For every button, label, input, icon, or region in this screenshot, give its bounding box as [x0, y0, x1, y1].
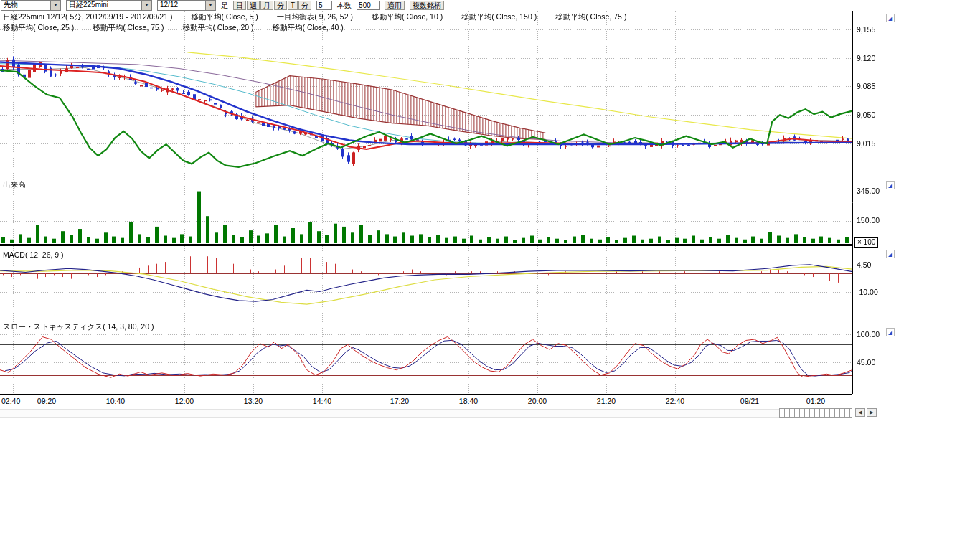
price-axis-tick: 9,015 — [857, 139, 875, 148]
chart-area: 日経225mini 12/12( 5分, 2012/09/19 - 2012/0… — [0, 11, 898, 406]
market-select[interactable]: 先物 ▼ — [1, 0, 61, 11]
legend-item-ma75b: 移動平均( Close, 75 ) — [93, 23, 164, 33]
volume-axis-tick: 150.00 — [857, 216, 880, 225]
main-toolbar: 先物 ▼ 日経225mini ▼ 12/12 ▼ 足 日 週 月 分 T 分 本… — [0, 0, 444, 11]
period-button-group: 日 週 月 分 T 分 — [233, 1, 311, 10]
apply-button[interactable]: 適用 — [385, 1, 405, 10]
bar-type-label: 足 — [221, 1, 228, 11]
bars-count-input[interactable] — [357, 1, 380, 10]
time-axis-label: 09/21 — [732, 397, 767, 405]
time-axis-label: 14:40 — [305, 397, 339, 405]
market-select-value: 先物 — [1, 1, 50, 10]
volume-axis-tick: 345.00 — [857, 187, 880, 195]
legend-item-ma75: 移動平均( Close, 75 ) — [555, 12, 626, 22]
price-axis-tick: 9,050 — [857, 110, 875, 119]
period-minute-button[interactable]: 分 — [274, 1, 287, 10]
time-axis-label: 12:00 — [167, 397, 202, 405]
bars-count-label: 本数 — [337, 1, 352, 11]
chart-app-window: 先物 ▼ 日経225mini ▼ 12/12 ▼ 足 日 週 月 分 T 分 本… — [0, 0, 980, 551]
stoch-pane-scroll-button[interactable]: ◢ — [886, 328, 895, 336]
stoch-axis-tick: 45.00 — [857, 358, 875, 367]
scrollbar-track[interactable] — [0, 409, 852, 418]
time-axis-label: 01:20 — [798, 397, 833, 405]
time-axis-label: 18:40 — [451, 397, 486, 405]
period-tick-button[interactable]: T — [288, 1, 298, 10]
legend-item-ma20: 移動平均( Close, 20 ) — [182, 23, 253, 33]
dropdown-arrow-icon[interactable]: ▼ — [141, 1, 151, 10]
contract-select[interactable]: 12/12 ▼ — [157, 0, 216, 11]
period-day-button[interactable]: 日 — [233, 1, 246, 10]
chart-canvas[interactable] — [0, 11, 897, 395]
symbol-select[interactable]: 日経225mini ▼ — [66, 0, 152, 11]
time-axis-label: 13:20 — [236, 397, 270, 405]
stoch-axis-tick: 100.00 — [857, 330, 880, 339]
volume-pane-scroll-button[interactable]: ◢ — [886, 181, 895, 189]
legend-item-ichimoku: 一目均衡表( 9, 26, 52 ) — [277, 12, 353, 22]
period-month-button[interactable]: 月 — [260, 1, 273, 10]
macd-pane-label: MACD( 12, 26, 9 ) — [3, 250, 64, 259]
legend-item-ma10: 移動平均( Close, 10 ) — [372, 12, 443, 22]
horizontal-scrollbar: ◀ ▶ — [0, 408, 897, 417]
legend-item-symbol-period: 日経225mini 12/12( 5分, 2012/09/19 - 2012/0… — [3, 12, 172, 22]
time-axis-label: 10:40 — [98, 397, 133, 405]
time-axis-label: 21:20 — [589, 397, 623, 405]
legend-item-ma40: 移動平均( Close, 40 ) — [273, 23, 344, 33]
time-axis-label: 20:00 — [520, 397, 555, 405]
period-week-button[interactable]: 週 — [247, 1, 260, 10]
time-axis-label: 17:20 — [382, 397, 417, 405]
multi-symbol-button[interactable]: 複数銘柄 — [410, 1, 444, 10]
scroll-left-button[interactable]: ◀ — [855, 408, 865, 417]
time-axis-label: 22:40 — [658, 397, 692, 405]
stochastics-pane-label: スロー・ストキャスティクス( 14, 3, 80, 20 ) — [3, 322, 154, 332]
legend-item-ma25: 移動平均( Close, 25 ) — [3, 23, 74, 33]
scroll-right-button[interactable]: ▶ — [867, 408, 877, 417]
volume-multiplier-badge: × 100 — [854, 237, 878, 248]
price-axis-tick: 9,120 — [857, 54, 875, 62]
macd-axis-tick: -10.00 — [857, 288, 878, 296]
dropdown-arrow-icon[interactable]: ▼ — [50, 1, 60, 10]
interval-input[interactable] — [316, 1, 332, 10]
legend-item-ma5: 移動平均( Close, 5 ) — [191, 12, 258, 22]
legend-row-2: 移動平均( Close, 25 ) 移動平均( Close, 75 ) 移動平均… — [3, 23, 344, 33]
dropdown-arrow-icon[interactable]: ▼ — [205, 1, 215, 10]
period-minute2-button[interactable]: 分 — [298, 1, 311, 10]
macd-pane-scroll-button[interactable]: ◢ — [886, 250, 895, 258]
time-axis-label: 09:20 — [29, 397, 64, 405]
price-axis-tick: 9,155 — [857, 25, 875, 34]
price-axis-tick: 9,085 — [857, 82, 875, 90]
legend-row-1: 日経225mini 12/12( 5分, 2012/09/19 - 2012/0… — [3, 12, 626, 22]
legend-item-ma150: 移動平均( Close, 150 ) — [461, 12, 537, 22]
symbol-select-value: 日経225mini — [67, 1, 141, 10]
contract-select-value: 12/12 — [158, 1, 205, 10]
scrollbar-thumb[interactable] — [779, 408, 852, 418]
macd-axis-tick: 4.50 — [857, 260, 871, 269]
price-pane-scroll-button[interactable]: ◢ — [886, 14, 895, 22]
volume-pane-label: 出来高 — [3, 180, 26, 190]
